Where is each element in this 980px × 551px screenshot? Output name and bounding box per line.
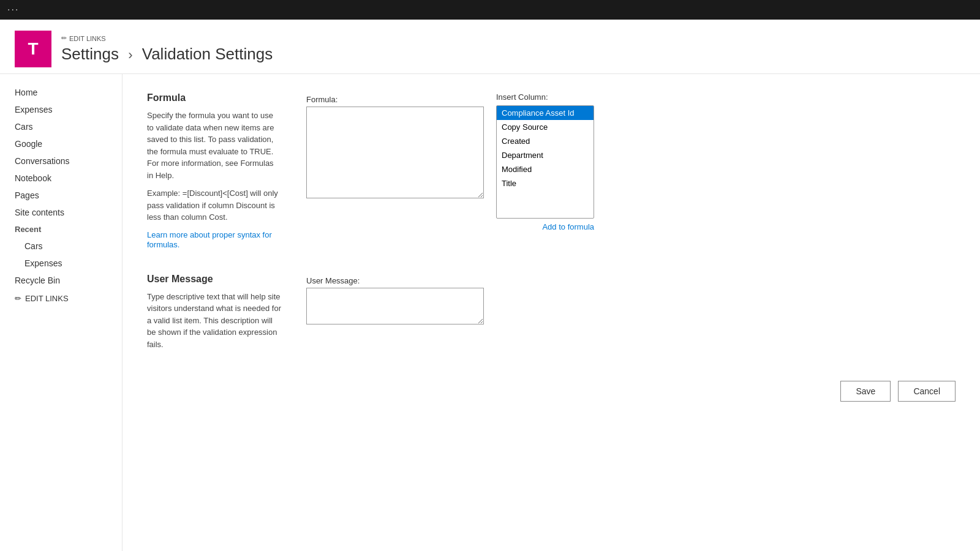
breadcrumb-child: Validation Settings: [142, 45, 273, 63]
sidebar-recent-label: Recent: [0, 221, 122, 238]
formula-field-row: Formula: Insert Column: Compliance Asset…: [306, 92, 956, 231]
sidebar-edit-links[interactable]: ✏ EDIT LINKS: [0, 289, 122, 308]
column-option-copy-source[interactable]: Copy Source: [497, 120, 594, 134]
column-option-department[interactable]: Department: [497, 148, 594, 162]
main-area: Formula Specify the formula you want to …: [123, 74, 980, 551]
sidebar-item-expenses[interactable]: Expenses: [0, 101, 122, 118]
formula-example-text: Example: =[Discount]<[Cost] will only pa…: [147, 187, 282, 223]
page-wrapper: T ✏ EDIT LINKS Settings › Validation Set…: [0, 20, 980, 551]
topbar: ···: [0, 0, 980, 20]
header-edit-links[interactable]: ✏ EDIT LINKS: [61, 34, 273, 42]
sidebar-item-expenses-recent[interactable]: Expenses: [0, 255, 122, 272]
user-message-description-text: Type descriptive text that will help sit…: [147, 291, 282, 351]
insert-column-label: Insert Column:: [496, 92, 594, 102]
sidebar-pencil-icon: ✏: [15, 294, 21, 303]
buttons-row: Save Cancel: [147, 381, 956, 402]
user-message-description: User Message Type descriptive text that …: [147, 274, 282, 357]
column-option-compliance[interactable]: Compliance Asset Id: [497, 106, 594, 120]
formula-section-title: Formula: [147, 92, 282, 103]
formula-description: Formula Specify the formula you want to …: [147, 92, 282, 249]
header: T ✏ EDIT LINKS Settings › Validation Set…: [0, 20, 980, 74]
pencil-icon: ✏: [61, 34, 67, 42]
content-layout: Home Expenses Cars Google Conversations …: [0, 74, 980, 551]
sidebar-edit-links-label[interactable]: EDIT LINKS: [25, 294, 69, 303]
formula-learn-more-link[interactable]: Learn more about proper syntax for formu…: [147, 230, 272, 249]
breadcrumb-area: ✏ EDIT LINKS Settings › Validation Setti…: [61, 34, 273, 64]
formula-field-label: Formula:: [306, 92, 484, 104]
user-message-section: User Message Type descriptive text that …: [147, 274, 956, 357]
formula-fields: Formula: Insert Column: Compliance Asset…: [306, 92, 956, 249]
sidebar-item-cars-recent[interactable]: Cars: [0, 238, 122, 255]
user-message-field-row: User Message:: [306, 274, 956, 324]
column-option-created[interactable]: Created: [497, 134, 594, 148]
breadcrumb-root: Settings: [61, 45, 119, 63]
breadcrumb-separator: ›: [128, 47, 132, 62]
column-option-title[interactable]: Title: [497, 176, 594, 190]
insert-column-area: Insert Column: Compliance Asset Id Copy …: [496, 92, 594, 231]
formula-section: Formula Specify the formula you want to …: [147, 92, 956, 249]
formula-input[interactable]: [306, 107, 484, 198]
sidebar-item-recycle-bin[interactable]: Recycle Bin: [0, 272, 122, 289]
formula-description-text: Specify the formula you want to use to v…: [147, 110, 282, 181]
sidebar-item-google[interactable]: Google: [0, 135, 122, 152]
user-message-section-title: User Message: [147, 274, 282, 285]
cancel-button[interactable]: Cancel: [898, 381, 956, 402]
column-option-modified[interactable]: Modified: [497, 162, 594, 176]
user-message-fields: User Message:: [306, 274, 956, 357]
user-message-input[interactable]: [306, 288, 484, 324]
sidebar-item-site-contents[interactable]: Site contents: [0, 204, 122, 221]
sidebar-item-conversations[interactable]: Conversations: [0, 152, 122, 170]
sidebar-item-home[interactable]: Home: [0, 84, 122, 101]
save-button[interactable]: Save: [840, 381, 891, 402]
sidebar: Home Expenses Cars Google Conversations …: [0, 74, 123, 551]
logo-box: T: [15, 31, 51, 67]
header-edit-links-label[interactable]: EDIT LINKS: [69, 35, 106, 42]
page-title: Settings › Validation Settings: [61, 45, 273, 64]
sidebar-item-cars[interactable]: Cars: [0, 118, 122, 135]
logo-letter: T: [28, 39, 38, 59]
column-listbox[interactable]: Compliance Asset Id Copy Source Created …: [496, 105, 594, 219]
app-grid-icon[interactable]: ···: [7, 4, 19, 15]
sidebar-item-notebook[interactable]: Notebook: [0, 170, 122, 187]
sidebar-item-pages[interactable]: Pages: [0, 187, 122, 204]
add-to-formula-link[interactable]: Add to formula: [496, 222, 594, 231]
user-message-label: User Message:: [306, 274, 484, 285]
